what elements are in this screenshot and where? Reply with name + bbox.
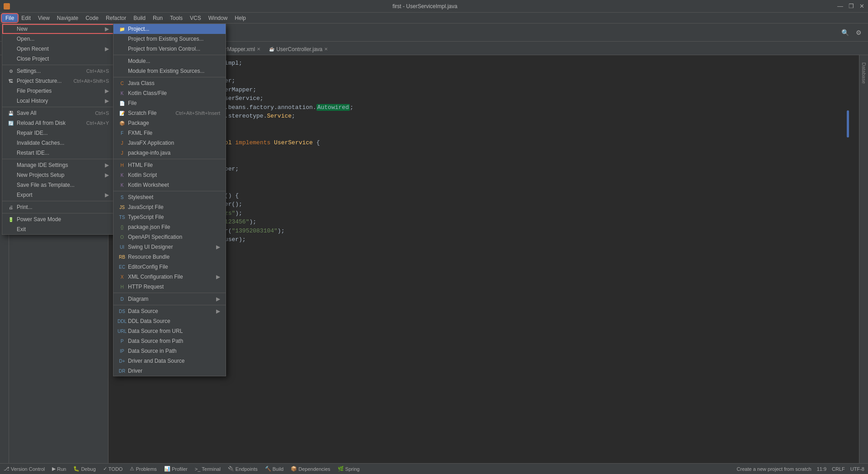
- new-submenu-stylesheet[interactable]: S Stylesheet: [113, 192, 226, 202]
- file-menu-new-projects-setup[interactable]: New Projects Setup ▶: [2, 170, 114, 180]
- code-line-21: 21 mapper.createUser(user);: [116, 235, 852, 244]
- new-submenu-project-existing[interactable]: Project from Existing Sources...: [113, 34, 226, 44]
- new-submenu-diagram[interactable]: D Diagram ▶: [113, 294, 226, 304]
- new-submenu-file[interactable]: 📄 File: [113, 98, 226, 108]
- new-submenu-package[interactable]: 📦 Package: [113, 118, 226, 128]
- file-menu-file-properties[interactable]: File Properties ▶: [2, 86, 114, 96]
- new-submenu-swing-ui[interactable]: UI Swing UI Designer ▶: [113, 242, 226, 252]
- file-menu-project-structure[interactable]: 🏗 Project Structure... Ctrl+Alt+Shift+S: [2, 76, 114, 86]
- file-menu-repair-ide[interactable]: Repair IDE...: [2, 128, 114, 138]
- close-button[interactable]: ✕: [859, 3, 864, 9]
- bottom-dependencies[interactable]: 📦 Dependencies: [291, 466, 330, 472]
- menu-vcs[interactable]: VCS: [186, 14, 205, 22]
- new-submenu-ds-in-path[interactable]: IP Data Source in Path: [113, 346, 226, 356]
- code-line-16: 16 public void createUser() {: [116, 191, 852, 200]
- file-menu-print[interactable]: 🖨 Print...: [2, 202, 114, 212]
- new-submenu-editorconfig[interactable]: EC EditorConfig File: [113, 262, 226, 272]
- menu-edit[interactable]: Edit: [18, 14, 34, 22]
- proj-struct-shortcut: Ctrl+Alt+Shift+S: [73, 78, 109, 84]
- menu-file[interactable]: File: [2, 14, 18, 22]
- new-submenu[interactable]: 📁 Project... Project from Existing Sourc…: [113, 24, 226, 376]
- file-menu-open[interactable]: Open...: [2, 34, 114, 44]
- xml-arrow: ▶: [216, 274, 220, 280]
- menu-build[interactable]: Build: [130, 14, 149, 22]
- new-submenu-fxml[interactable]: F FXML File: [113, 128, 226, 138]
- menu-code[interactable]: Code: [82, 14, 102, 22]
- new-submenu-ds-path[interactable]: P Data Source from Path: [113, 336, 226, 346]
- bottom-run[interactable]: ▶ Run: [52, 466, 66, 472]
- new-submenu-http-request[interactable]: H HTTP Request: [113, 282, 226, 292]
- file-menu-new[interactable]: New ▶: [2, 24, 114, 34]
- file-menu-reload[interactable]: 🔄 Reload All from Disk Ctrl+Alt+Y: [2, 118, 114, 128]
- xml-label: XML Configuration File: [128, 274, 183, 280]
- bottom-debug[interactable]: 🐛 Debug: [73, 466, 95, 472]
- bottom-endpoints[interactable]: 🔌 Endpoints: [228, 466, 258, 472]
- toolbar-settings-btn[interactable]: ⚙: [853, 27, 864, 38]
- file-menu-invalidate-caches[interactable]: Invalidate Caches...: [2, 138, 114, 148]
- file-menu-manage-ide[interactable]: Manage IDE Settings ▶: [2, 160, 114, 170]
- new-submenu-javascript[interactable]: JS JavaScript File: [113, 202, 226, 212]
- new-submenu-project[interactable]: 📁 Project...: [113, 24, 226, 34]
- new-submenu-package-json[interactable]: {} package.json File: [113, 222, 226, 232]
- new-submenu-driver-ds[interactable]: D+ Driver and Data Source: [113, 356, 226, 366]
- minimize-button[interactable]: —: [837, 3, 843, 9]
- file-menu-dropdown[interactable]: New ▶ Open... Open Recent ▶ Close Projec…: [2, 24, 115, 235]
- new-submenu-kotlin-class[interactable]: K Kotlin Class/File: [113, 88, 226, 98]
- new-submenu-driver[interactable]: DR Driver: [113, 366, 226, 376]
- new-submenu-package-info[interactable]: J package-info.java: [113, 148, 226, 158]
- profiler-label: Profiler: [172, 466, 188, 472]
- new-submenu-xml-config[interactable]: X XML Configuration File ▶: [113, 272, 226, 282]
- debug-label: Debug: [81, 466, 95, 472]
- bottom-build[interactable]: 🔨 Build: [265, 466, 283, 472]
- menu-help[interactable]: Help: [231, 14, 250, 22]
- new-submenu-module[interactable]: Module...: [113, 56, 226, 66]
- file-menu-save-as-template[interactable]: Save File as Template...: [2, 180, 114, 190]
- new-submenu-resource-bundle[interactable]: RB Resource Bundle: [113, 252, 226, 262]
- tab-close-um[interactable]: ✕: [257, 47, 260, 52]
- bottom-problems[interactable]: ⚠ Problems: [130, 466, 156, 472]
- maximize-button[interactable]: ❐: [849, 3, 854, 9]
- new-submenu-module-existing[interactable]: Module from Existing Sources...: [113, 66, 226, 76]
- menu-run[interactable]: Run: [149, 14, 166, 22]
- bottom-terminal[interactable]: >_ Terminal: [195, 466, 221, 472]
- tab-user-controller[interactable]: ☕ UserController.java ✕: [265, 43, 332, 55]
- bottom-spring[interactable]: 🌿 Spring: [338, 466, 360, 472]
- toolbar-search-btn[interactable]: 🔍: [839, 27, 851, 38]
- menu-refactor[interactable]: Refactor: [102, 14, 130, 22]
- file-menu-settings[interactable]: ⚙ Settings... Ctrl+Alt+S: [2, 66, 114, 76]
- bottom-todo[interactable]: ✓ TODO: [103, 466, 123, 472]
- new-submenu-kotlin-worksheet[interactable]: K Kotlin Worksheet: [113, 180, 226, 190]
- new-submenu-javafx[interactable]: J JavaFX Application: [113, 138, 226, 148]
- bottom-version-control[interactable]: ⎇ Version Control: [4, 466, 45, 472]
- file-menu-open-recent[interactable]: Open Recent ▶: [2, 44, 114, 54]
- menu-navigate[interactable]: Navigate: [53, 14, 82, 22]
- new-submenu-kotlin-script[interactable]: K Kotlin Script: [113, 170, 226, 180]
- file-menu-local-history[interactable]: Local History ▶: [2, 96, 114, 106]
- file-menu-power-save[interactable]: 🔋 Power Save Mode: [2, 214, 114, 224]
- menu-window[interactable]: Window: [205, 14, 231, 22]
- file-menu-close-project[interactable]: Close Project: [2, 54, 114, 64]
- new-submenu-project-vcs[interactable]: Project from Version Control...: [113, 44, 226, 54]
- file-menu-restart-ide[interactable]: Restart IDE...: [2, 148, 114, 158]
- menu-tools[interactable]: Tools: [166, 14, 186, 22]
- file-menu-export[interactable]: Export ▶: [2, 190, 114, 200]
- new-submenu-ds-url[interactable]: URL Data Source from URL: [113, 326, 226, 336]
- new-submenu-scratch-file[interactable]: 📝 Scratch File Ctrl+Alt+Shift+Insert: [113, 108, 226, 118]
- code-line-4: 4 import com.first.mapper.UserMapper;: [116, 85, 852, 95]
- new-submenu-ddl-data-source[interactable]: DDL DDL Data Source: [113, 316, 226, 326]
- new-submenu-java-class[interactable]: C Java Class: [113, 78, 226, 88]
- bottom-profiler[interactable]: 📊 Profiler: [164, 466, 188, 472]
- tab-close-uc[interactable]: ✕: [324, 47, 328, 52]
- local-hist-label: Local History: [17, 98, 48, 104]
- file-menu-exit[interactable]: Exit: [2, 224, 114, 234]
- new-submenu-openapi[interactable]: O OpenAPI Specification: [113, 232, 226, 242]
- menu-view[interactable]: View: [34, 14, 53, 22]
- kotlin-class-icon: K: [119, 90, 125, 96]
- new-submenu-typescript[interactable]: TS TypeScript File: [113, 212, 226, 222]
- new-submenu-data-source[interactable]: DS Data Source ▶: [113, 306, 226, 316]
- database-label[interactable]: Database: [859, 59, 868, 87]
- new-submenu-html[interactable]: H HTML File: [113, 160, 226, 170]
- sep-new-6: [113, 305, 226, 305]
- file-menu-save-all[interactable]: 💾 Save All Ctrl+S: [2, 108, 114, 118]
- open-recent-arrow: ▶: [105, 46, 109, 52]
